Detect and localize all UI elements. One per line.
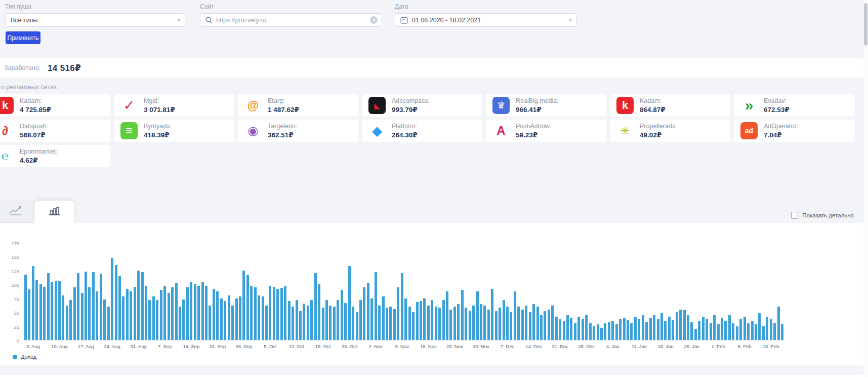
income-bar[interactable] (250, 286, 253, 340)
income-bar[interactable] (201, 282, 204, 340)
income-bar[interactable] (375, 272, 377, 340)
income-bar[interactable] (743, 317, 746, 340)
income-bar[interactable] (453, 307, 456, 340)
income-bar[interactable] (363, 287, 365, 340)
income-bar[interactable] (66, 306, 68, 340)
income-bar[interactable] (416, 302, 419, 340)
income-bar[interactable] (341, 290, 343, 340)
income-bar[interactable] (39, 284, 42, 340)
income-bar[interactable] (88, 287, 91, 340)
income-bar[interactable] (420, 301, 422, 340)
income-bar[interactable] (555, 317, 558, 340)
income-bar[interactable] (322, 308, 324, 340)
income-bar[interactable] (536, 307, 539, 340)
income-bar[interactable] (499, 308, 501, 340)
income-bar[interactable] (389, 307, 392, 340)
income-bar[interactable] (777, 307, 780, 340)
income-bar[interactable] (220, 298, 223, 340)
income-bar[interactable] (333, 307, 336, 340)
income-bar[interactable] (465, 308, 467, 340)
income-bar[interactable] (179, 307, 181, 340)
income-bar[interactable] (100, 274, 102, 340)
income-bar[interactable] (442, 300, 445, 340)
income-bar[interactable] (683, 310, 686, 340)
income-bar[interactable] (525, 306, 527, 340)
income-bar[interactable] (224, 301, 226, 340)
income-bar[interactable] (544, 311, 546, 340)
income-bar[interactable] (258, 295, 260, 340)
income-bar[interactable] (182, 299, 185, 340)
income-bar[interactable] (213, 289, 215, 340)
income-bar[interactable] (672, 320, 674, 341)
income-bar[interactable] (235, 298, 238, 340)
income-bar[interactable] (427, 306, 430, 340)
income-bar[interactable] (690, 322, 693, 340)
income-bar[interactable] (216, 291, 219, 341)
income-bar[interactable] (559, 319, 561, 340)
income-bar[interactable] (47, 273, 50, 340)
income-bar[interactable] (303, 304, 305, 340)
income-bar[interactable] (269, 286, 271, 341)
income-bar[interactable] (103, 299, 106, 340)
income-bar[interactable] (762, 326, 765, 340)
income-bar[interactable] (126, 289, 129, 340)
income-bar[interactable] (24, 275, 27, 341)
income-bar[interactable] (634, 317, 637, 340)
date-range-input[interactable]: 01.08.2020 - 18.02.2021 ▾ (395, 13, 577, 27)
income-bar[interactable] (593, 326, 595, 340)
income-bar[interactable] (589, 323, 592, 340)
income-bar[interactable] (356, 312, 358, 340)
income-bar[interactable] (171, 287, 174, 340)
income-bar[interactable] (284, 286, 286, 340)
income-bar[interactable] (408, 307, 411, 340)
income-bar[interactable] (563, 321, 565, 340)
income-bar[interactable] (186, 287, 189, 340)
income-bar[interactable] (483, 306, 486, 340)
income-bar[interactable] (85, 272, 87, 340)
income-bar[interactable] (480, 304, 482, 340)
scrollbar[interactable] (863, 0, 868, 377)
income-bar[interactable] (476, 291, 479, 341)
income-bar[interactable] (739, 319, 742, 340)
income-bar[interactable] (653, 315, 655, 340)
income-bar[interactable] (239, 296, 241, 340)
income-bar[interactable] (721, 318, 723, 340)
income-bar[interactable] (566, 315, 569, 340)
income-bar[interactable] (307, 306, 309, 340)
income-bar[interactable] (175, 283, 178, 340)
income-bar[interactable] (141, 272, 144, 340)
income-bar[interactable] (694, 329, 697, 340)
income-bar[interactable] (438, 308, 441, 340)
income-bar[interactable] (506, 307, 509, 340)
income-bar[interactable] (228, 295, 230, 340)
income-bar[interactable] (401, 273, 403, 340)
income-bar[interactable] (521, 310, 524, 340)
income-bar[interactable] (457, 304, 460, 340)
income-bar[interactable] (517, 307, 520, 340)
show-details-checkbox[interactable] (791, 212, 798, 219)
income-bar[interactable] (404, 298, 407, 340)
income-bar[interactable] (337, 300, 339, 340)
income-bar[interactable] (137, 271, 140, 340)
income-bar[interactable] (570, 318, 572, 340)
income-bar[interactable] (280, 288, 283, 340)
income-bar[interactable] (111, 258, 113, 340)
income-bar[interactable] (310, 300, 313, 340)
apply-button[interactable]: Применить (6, 31, 40, 44)
income-bar[interactable] (597, 324, 599, 340)
income-bar[interactable] (265, 306, 268, 340)
income-bar[interactable] (645, 322, 648, 340)
income-bar[interactable] (732, 323, 734, 340)
income-bar[interactable] (359, 300, 362, 340)
income-bar[interactable] (611, 321, 614, 340)
income-bar[interactable] (69, 300, 72, 340)
income-bar[interactable] (35, 280, 38, 341)
income-bar[interactable] (710, 323, 712, 340)
income-bar[interactable] (728, 315, 731, 340)
income-bar[interactable] (582, 319, 584, 340)
income-bar[interactable] (435, 307, 437, 340)
income-bar[interactable] (325, 300, 328, 340)
income-bar[interactable] (242, 271, 245, 340)
income-bar[interactable] (43, 287, 46, 340)
income-bar[interactable] (736, 326, 738, 340)
